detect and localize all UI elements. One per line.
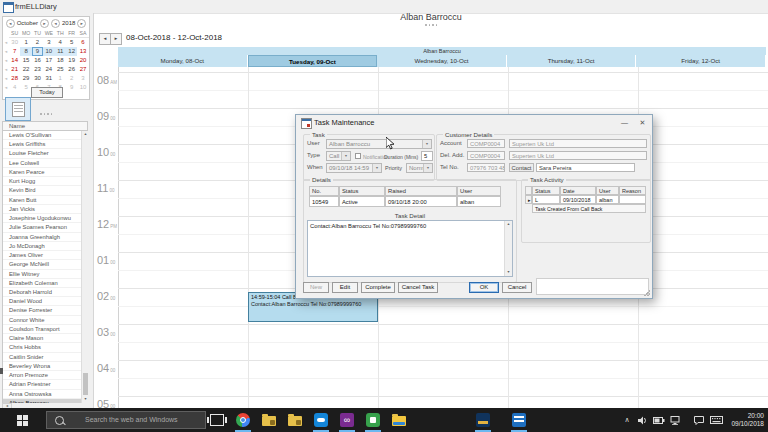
calendar-day[interactable]: 1 bbox=[20, 38, 31, 47]
calendar-day[interactable]: 4 bbox=[9, 83, 20, 92]
calendar-day[interactable]: 15 bbox=[20, 56, 31, 65]
duration-input[interactable]: 5 bbox=[421, 151, 433, 161]
account-code-field[interactable]: COMP0004 bbox=[467, 139, 505, 148]
day-column-header[interactable]: Thursday, 11-Oct bbox=[507, 55, 637, 67]
scroll-down-icon[interactable]: ▼ bbox=[505, 269, 512, 276]
teamviewer-taskbar-button[interactable] bbox=[308, 408, 334, 432]
list-item[interactable]: Ellie Witney bbox=[3, 270, 87, 279]
edit-button[interactable]: Edit bbox=[332, 282, 358, 293]
list-item[interactable]: Josephine Ugodukonwu bbox=[3, 214, 87, 223]
list-item[interactable]: Jan Vickis bbox=[3, 205, 87, 214]
list-item[interactable]: Karen Butt bbox=[3, 196, 87, 205]
calendar-day[interactable]: 19 bbox=[66, 56, 77, 65]
calendar-day[interactable]: 3 bbox=[43, 38, 54, 47]
calendar-day[interactable]: 22 bbox=[20, 65, 31, 74]
list-item[interactable]: Lewis O'Sullivan bbox=[3, 131, 87, 140]
chevron-down-icon[interactable]: ▼ bbox=[341, 152, 350, 160]
calendar-day[interactable]: 4 bbox=[55, 38, 66, 47]
del-add-code-field[interactable]: COMP0004 bbox=[467, 151, 505, 160]
dark-blue-app-taskbar-button[interactable] bbox=[470, 408, 496, 432]
details-grid-cell[interactable]: alban bbox=[457, 196, 501, 207]
panel-splitter-grip[interactable] bbox=[40, 113, 52, 115]
calendar-day[interactable]: 24 bbox=[43, 65, 54, 74]
calendar-day[interactable]: 2 bbox=[66, 74, 77, 83]
list-item[interactable]: Caitlin Snider bbox=[3, 353, 87, 362]
calendar-day[interactable]: 9 bbox=[32, 47, 43, 56]
close-icon[interactable]: ✕ bbox=[636, 117, 649, 128]
task-detail-textarea[interactable]: Contact:Alban Barroccu Tel No:0798999976… bbox=[307, 220, 513, 277]
scroll-up-icon[interactable]: ▲ bbox=[82, 131, 89, 138]
account-name-field[interactable]: Superten Uk Ltd bbox=[509, 139, 647, 148]
calendar-day[interactable]: 20 bbox=[77, 56, 88, 65]
file-explorer-taskbar-button[interactable] bbox=[386, 408, 412, 432]
calendar-day[interactable]: 31 bbox=[43, 74, 54, 83]
calendar-day[interactable]: 26 bbox=[66, 65, 77, 74]
calendar-day[interactable]: 6 bbox=[77, 38, 88, 47]
list-item[interactable]: Jo McDonagh bbox=[3, 242, 87, 251]
list-item[interactable]: Lewis Griffiths bbox=[3, 140, 87, 149]
next-year-icon[interactable]: ► bbox=[77, 19, 86, 28]
list-item[interactable]: Deborah Harrold bbox=[3, 288, 87, 297]
list-item[interactable]: Alban Barroccu bbox=[3, 399, 87, 403]
calendar-day[interactable]: 16 bbox=[32, 56, 43, 65]
chrome-taskbar-button[interactable] bbox=[230, 408, 256, 432]
diary-splitter-grip[interactable] bbox=[425, 24, 437, 26]
new-button[interactable]: New bbox=[303, 282, 329, 293]
list-item[interactable]: Karen Pearce bbox=[3, 168, 87, 177]
list-item[interactable]: Daniel Wood bbox=[3, 297, 87, 306]
list-item[interactable]: Kurt Hogg bbox=[3, 177, 87, 186]
calendar-day[interactable]: 23 bbox=[32, 65, 43, 74]
activity-grid-cell[interactable]: alban bbox=[596, 195, 619, 204]
day-column-header[interactable]: Tuesday, 09-Oct bbox=[248, 55, 378, 67]
prev-month-icon[interactable]: ◄ bbox=[6, 19, 15, 28]
day-column-header[interactable]: Friday, 12-Oct bbox=[636, 55, 766, 67]
green-app-taskbar-button[interactable] bbox=[360, 408, 386, 432]
details-grid-cell[interactable]: Active bbox=[339, 196, 385, 207]
tel-no-field[interactable]: 07976 703 481 bbox=[467, 163, 505, 172]
list-item[interactable]: Denise Forrester bbox=[3, 306, 87, 315]
taskbar-clock[interactable]: 20:00 09/10/2018 bbox=[722, 412, 764, 428]
dialog-titlebar[interactable]: Task Maintenance — ✕ bbox=[296, 115, 652, 130]
contact-button[interactable]: Contact bbox=[509, 163, 534, 172]
list-item[interactable]: Adrian Priestner bbox=[3, 380, 87, 389]
list-item[interactable]: Arron Premoze bbox=[3, 371, 87, 380]
blue-app-taskbar-button[interactable] bbox=[506, 408, 532, 432]
list-item[interactable]: Julie Soames Pearson bbox=[3, 223, 87, 232]
today-button[interactable]: Today bbox=[31, 87, 63, 98]
list-item[interactable]: Chris Hobbs bbox=[3, 343, 87, 352]
visual-studio-taskbar-button[interactable]: ∞ bbox=[334, 408, 360, 432]
list-item[interactable]: Beverley Wrona bbox=[3, 362, 87, 371]
day-column-header[interactable]: Wednesday, 10-Oct bbox=[377, 55, 507, 67]
list-item[interactable]: George McNeill bbox=[3, 260, 87, 269]
activity-grid-cell[interactable] bbox=[619, 195, 646, 204]
task-view-button[interactable] bbox=[204, 408, 230, 432]
name-column-header[interactable]: Name bbox=[2, 121, 88, 131]
taskbar-search-input[interactable]: Search the web and Windows bbox=[46, 411, 206, 429]
list-item[interactable]: Elizabeth Coleman bbox=[3, 279, 87, 288]
complete-button[interactable]: Complete bbox=[361, 282, 395, 293]
calendar-day[interactable]: 13 bbox=[77, 47, 88, 56]
staff-list-scrollbar[interactable]: ▲ ▼ bbox=[81, 131, 89, 403]
scroll-down-icon[interactable]: ▼ bbox=[82, 396, 89, 403]
network-icon[interactable] bbox=[668, 408, 682, 432]
calendar-day[interactable]: 17 bbox=[43, 56, 54, 65]
calendar-day[interactable]: 21 bbox=[9, 65, 20, 74]
volume-icon[interactable] bbox=[636, 408, 650, 432]
contact-field[interactable]: Sara Pereira bbox=[536, 163, 635, 172]
calendar-day[interactable]: 1 bbox=[55, 74, 66, 83]
calendar-day[interactable]: 3 bbox=[77, 74, 88, 83]
cancel-task-button[interactable]: Cancel Task bbox=[398, 282, 438, 293]
details-grid-cell[interactable]: 09/10/18 20:00 bbox=[385, 196, 457, 207]
notification-checkbox[interactable] bbox=[355, 153, 361, 159]
calendar-day[interactable]: 14 bbox=[9, 56, 20, 65]
calendar-day[interactable]: 27 bbox=[77, 65, 88, 74]
minimize-icon[interactable]: — bbox=[618, 117, 631, 128]
calendar-day[interactable]: 5 bbox=[66, 38, 77, 47]
del-add-name-field[interactable]: Superten Uk Ltd bbox=[509, 151, 647, 160]
calendar-day[interactable]: 25 bbox=[55, 65, 66, 74]
app-window-taskbar-button-2[interactable] bbox=[282, 408, 308, 432]
type-combo[interactable]: Call B...▼ bbox=[326, 151, 351, 161]
cancel-button[interactable]: Cancel bbox=[502, 282, 532, 293]
ok-button[interactable]: OK bbox=[469, 282, 499, 293]
report-button[interactable] bbox=[5, 97, 31, 121]
